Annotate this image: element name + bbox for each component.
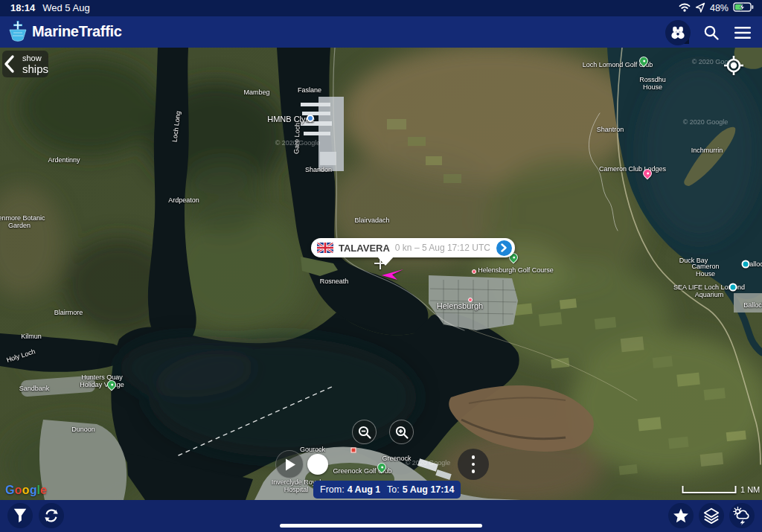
dot-pink-marker[interactable] bbox=[468, 298, 473, 302]
zoom-out-button[interactable] bbox=[352, 420, 377, 444]
refresh-button[interactable] bbox=[39, 503, 64, 528]
map-place-label: Gourock bbox=[300, 446, 325, 453]
battery-charging-icon bbox=[733, 2, 755, 14]
map-place-label: Ardentinny bbox=[48, 156, 80, 164]
my-location-icon bbox=[723, 55, 744, 76]
map-place-label: © 2020 Google bbox=[683, 118, 729, 126]
google-letter: e bbox=[40, 484, 47, 496]
map-place-label: Loch Long bbox=[170, 111, 182, 143]
dot-teal-marker[interactable] bbox=[729, 283, 737, 292]
to-label: To: bbox=[387, 484, 400, 495]
map-place-label: © 2020 Google bbox=[406, 459, 451, 467]
map-place-label: Helensburgh Golf Course bbox=[478, 266, 554, 274]
filter-icon bbox=[12, 507, 28, 524]
weather-button[interactable] bbox=[729, 503, 755, 528]
search-icon bbox=[702, 24, 720, 42]
map-scale: 1 NM bbox=[682, 485, 760, 494]
location-arrow-icon bbox=[695, 2, 705, 15]
map-place-label: Sandbank bbox=[19, 385, 50, 392]
map-place-label: Hunters Quay Holiday Village bbox=[79, 374, 125, 389]
status-date: Wed 5 Aug bbox=[42, 2, 89, 13]
map-place-label: Cameron Club Lodges bbox=[599, 165, 666, 173]
map-place-label: Balloch bbox=[743, 301, 762, 309]
favorites-button[interactable] bbox=[668, 503, 694, 528]
map-place-label: Mambeg bbox=[243, 89, 269, 96]
show-ships-back-button[interactable]: show ships bbox=[2, 51, 48, 77]
dot-teal-marker[interactable] bbox=[742, 260, 750, 269]
map-annotations: Loch LongGare LochMambegFaslaneHMNB Clyd… bbox=[0, 48, 762, 500]
menu-icon bbox=[734, 26, 751, 39]
more-options-button[interactable] bbox=[458, 449, 489, 480]
square-red-marker[interactable] bbox=[351, 448, 356, 453]
zoom-in-button[interactable] bbox=[389, 420, 414, 444]
layers-icon bbox=[702, 507, 720, 525]
map-place-label: Rosneath bbox=[320, 278, 349, 285]
dropdown-corner bbox=[684, 39, 689, 44]
pin-green-marker[interactable] bbox=[106, 379, 118, 391]
chevron-right-icon bbox=[500, 243, 508, 252]
chevron-left-icon bbox=[2, 54, 19, 74]
timeline-thumb[interactable] bbox=[307, 454, 328, 475]
play-timeline-button[interactable] bbox=[275, 450, 304, 478]
popup-tail bbox=[377, 256, 394, 266]
satellite-map[interactable]: Loch LongGare LochMambegFaslaneHMNB Clyd… bbox=[0, 48, 762, 500]
layers-button[interactable] bbox=[699, 503, 724, 528]
binoculars-icon bbox=[670, 25, 686, 40]
filter-button[interactable] bbox=[7, 503, 33, 528]
dot-pink-marker[interactable] bbox=[472, 269, 476, 274]
map-place-label: Faslane bbox=[298, 86, 321, 94]
map-place-label: Kilmun bbox=[21, 333, 42, 340]
pin-green-marker[interactable] bbox=[376, 461, 388, 474]
map-place-label: Gare Loch bbox=[292, 123, 301, 154]
map-place-label: Greenock bbox=[382, 455, 411, 462]
to-value: 5 Aug 17:14 bbox=[403, 484, 455, 495]
wifi-icon bbox=[679, 2, 691, 14]
pin-pink-marker[interactable] bbox=[641, 167, 654, 180]
vessel-marker[interactable] bbox=[382, 268, 404, 284]
back-label-line2: ships bbox=[22, 63, 48, 74]
search-button[interactable] bbox=[699, 20, 724, 45]
from-label: From: bbox=[320, 484, 345, 495]
map-place-label: Rossdhu House bbox=[633, 76, 672, 92]
ship-logo-icon bbox=[7, 19, 29, 46]
map-place-label: Inchmurrin bbox=[691, 147, 723, 154]
battery-percent: 48% bbox=[710, 3, 729, 13]
vessel-status: 0 kn – 5 Aug 17:12 UTC bbox=[395, 243, 490, 253]
map-place-label: Shandon bbox=[305, 166, 332, 173]
status-bar: 18:14 Wed 5 Aug 48% bbox=[0, 0, 762, 16]
vessel-name: TALAVERA bbox=[339, 243, 390, 254]
map-place-label: Blairmore bbox=[54, 309, 83, 316]
map-place-label: Cameron House bbox=[685, 263, 726, 278]
vessel-details-button[interactable] bbox=[496, 240, 512, 256]
map-place-label: Shantron bbox=[597, 126, 624, 133]
map-place-label: Dunoon bbox=[71, 426, 95, 433]
pin-green-marker[interactable] bbox=[638, 55, 650, 68]
uk-flag bbox=[317, 243, 333, 253]
refresh-icon bbox=[43, 507, 60, 524]
status-time: 18:14 bbox=[10, 2, 35, 13]
app-title: MarineTraffic bbox=[32, 23, 122, 40]
scale-bracket-icon bbox=[682, 485, 737, 494]
marinetraffic-app: 18:14 Wed 5 Aug 48% MarineTraffic bbox=[0, 0, 762, 532]
dot-blue-marker[interactable] bbox=[307, 115, 314, 122]
google-letter: o bbox=[15, 484, 22, 496]
my-location-button[interactable] bbox=[723, 55, 744, 79]
more-options-icon bbox=[472, 454, 476, 475]
zoom-out-icon bbox=[357, 425, 372, 440]
play-icon bbox=[285, 458, 296, 471]
google-attribution: Google bbox=[5, 484, 47, 497]
back-label-line1: show bbox=[22, 54, 48, 63]
home-indicator[interactable] bbox=[280, 524, 482, 528]
fleet-binoculars-button[interactable] bbox=[665, 20, 691, 45]
google-letter: G bbox=[5, 484, 15, 496]
time-range-to[interactable]: To: 5 Aug 17:14 bbox=[380, 481, 461, 499]
favorites-star-icon bbox=[673, 507, 689, 524]
vessel-popup[interactable]: TALAVERA 0 kn – 5 Aug 17:12 UTC bbox=[311, 238, 515, 257]
map-place-label: Helensburgh bbox=[437, 301, 483, 310]
google-letter: o bbox=[22, 484, 30, 496]
app-header: MarineTraffic bbox=[0, 16, 762, 48]
scale-label: 1 NM bbox=[740, 486, 760, 494]
map-place-label: Holy Loch bbox=[5, 347, 36, 364]
menu-button[interactable] bbox=[730, 20, 755, 45]
zoom-in-icon bbox=[394, 425, 409, 440]
